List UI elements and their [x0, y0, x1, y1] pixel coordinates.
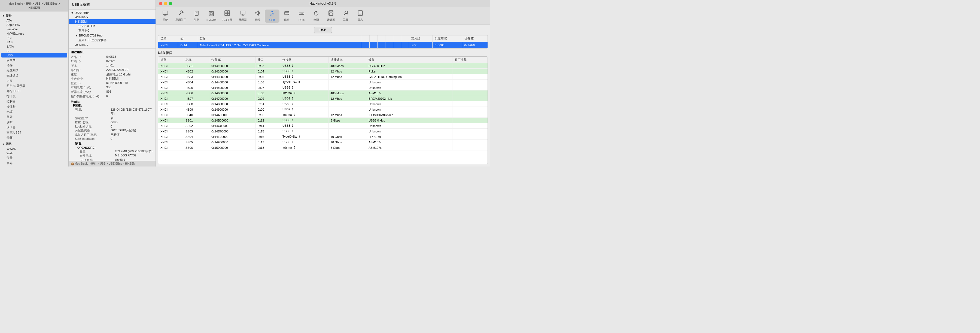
sidebar-item-controller[interactable]: 控制器: [0, 99, 68, 104]
toolbar-usb[interactable]: USB: [265, 10, 280, 22]
port-row[interactable]: XHCIHS030x143000000x05USB3 ⇕12 MbpsG502 …: [158, 74, 488, 80]
sidebar-item-nvmexpress[interactable]: NVMExpress: [0, 31, 68, 36]
port-cell: HS01: [183, 63, 209, 69]
toolbar-display-label: 显示器: [239, 18, 247, 22]
sidebar-item-location[interactable]: 位置: [0, 155, 68, 161]
network-section-header[interactable]: ▼ 网络: [0, 142, 68, 147]
sidebar-item-sas[interactable]: SAS: [0, 40, 68, 45]
port-cell: 0x12: [255, 118, 280, 123]
toolbar-disk[interactable]: 磁盘: [280, 9, 294, 23]
toolbar-tools[interactable]: 工具: [338, 9, 353, 23]
sidebar-item-applepay[interactable]: Apple Pay: [0, 22, 68, 27]
tree-item-asm107x-2[interactable]: ASM107x: [68, 43, 156, 47]
sidebar-item-usb[interactable]: USB: [1, 53, 67, 57]
sidebar-item-printer[interactable]: 打印机: [0, 94, 68, 99]
port-row[interactable]: XHCISS030x14D000000x15USB3 ⇕Unknown: [158, 129, 488, 134]
tree-item-brcm20702[interactable]: ▼ BRCM20702 Hub: [68, 33, 156, 38]
port-row[interactable]: XHCIHS010x141000000x03USB3 ⇕480 MbpsUSB2…: [158, 63, 488, 69]
port-cell: 0x14500000: [209, 85, 256, 91]
sidebar-item-graphics[interactable]: 图形卡/显示器: [0, 83, 68, 89]
port-cell: XHCI: [158, 118, 183, 123]
port-row[interactable]: XHCIHS020x142000000x04USB3 ⇕12 MbpsPoker: [158, 69, 488, 74]
sidebar-item-thunderbolt[interactable]: 雷雳/USB4: [0, 130, 68, 135]
port-row[interactable]: XHCISS050x14F000000x17USB3 ⇕10 GbpsASM10…: [158, 140, 488, 145]
toolbar-log[interactable]: 日志: [353, 9, 368, 23]
tree-item-btusbhost[interactable]: 蓝牙 USB主机控制器: [68, 38, 156, 43]
port-cell: 0x14200000: [209, 69, 256, 74]
port-row[interactable]: XHCISS060x150000000x18Internal ⇕5 GbpsAS…: [158, 145, 488, 150]
toolbar-power[interactable]: 电源: [309, 9, 324, 23]
toolbar-patch[interactable]: 应用补丁: [173, 9, 189, 23]
port-row[interactable]: XHCISS040x14E000000x16TypeC+Sw ⇕10 GbpsH…: [158, 134, 488, 140]
port-row[interactable]: XHCIHS040x144000000x06TypeC+Sw ⇕Unknown: [158, 80, 488, 85]
network-section: ▼ 网络 WWAN Wi-Fi 位置 宗卷 防火墙: [0, 141, 68, 167]
sidebar-item-volume[interactable]: 宗卷: [0, 161, 68, 166]
sidebar-item-firewire[interactable]: FireWire: [0, 27, 68, 31]
toolbar-nvram-label: NVRAM: [207, 19, 216, 22]
tree-item-asm107x-1[interactable]: ASM107x: [68, 15, 156, 19]
port-cell: 5 Gbps: [328, 118, 366, 123]
sidebar-item-firewall[interactable]: 防火墙: [0, 166, 68, 167]
sidebar-item-audio[interactable]: 音频: [0, 135, 68, 140]
toolbar-guide[interactable]: 引导: [189, 9, 204, 23]
usb-ports-table: 类型 名称 位置 ID 接口 连接器 连接速率 设备 补丁注释 XHCIHS01…: [158, 57, 488, 150]
sidebar-item-pci[interactable]: PCI: [0, 36, 68, 40]
port-cell: 0x14E00000: [209, 134, 256, 140]
toolbar-kext[interactable]: 内核扩展: [219, 9, 235, 23]
hardware-section-header[interactable]: ▼ 硬件: [0, 13, 68, 18]
sidebar-item-optical[interactable]: 光盘刻录: [0, 68, 68, 73]
sidebar-item-sata[interactable]: SATA: [0, 45, 68, 49]
sidebar-item-scsi[interactable]: 并行 SCSI: [0, 89, 68, 94]
port-row[interactable]: XHCIHS060x146000000x08Internal ⇕480 Mbps…: [158, 91, 488, 96]
table-row[interactable]: XHCI 0x14 Alder Lake-S PCH USB 3.2 Gen 2…: [158, 42, 488, 48]
toolbar-calc[interactable]: 计算器: [324, 9, 338, 23]
sidebar-item-wifi[interactable]: Wi-Fi: [0, 151, 68, 155]
port-row[interactable]: XHCIHS070x147000000x09USB2 ⇕12 MbpsBRCM2…: [158, 96, 488, 101]
port-row[interactable]: XHCISS020x14C000000x14USB3 ⇕Unknown: [158, 123, 488, 129]
port-cell: IOUSBHostDevice: [366, 112, 452, 118]
sidebar-item-fibre[interactable]: 光纤通道: [0, 73, 68, 78]
sidebar-item-spi[interactable]: SPI: [0, 49, 68, 53]
sidebar-item-bluetooth[interactable]: 蓝牙: [0, 115, 68, 119]
port-cell: 0x17: [255, 140, 280, 145]
port-row[interactable]: XHCIHS100x14A000000x0EInternal ⇕12 MbpsI…: [158, 112, 488, 118]
sidebar-item-storage[interactable]: 储存: [0, 63, 68, 68]
system-icon: [162, 10, 168, 18]
sidebar-item-ethernet[interactable]: 以太网: [0, 57, 68, 63]
port-cell: 0x14: [255, 123, 280, 129]
log-icon: [357, 10, 363, 18]
tree-item-usb30hub[interactable]: USB3.0 Hub: [68, 24, 156, 28]
close-button[interactable]: [159, 2, 162, 5]
maximize-button[interactable]: [169, 2, 172, 5]
toolbar-display[interactable]: 显示器: [235, 9, 250, 23]
toolbar-system[interactable]: 系统: [158, 9, 173, 23]
port-row[interactable]: XHCIHS080x148000000x0AUSB2 ⇕Unknown: [158, 101, 488, 107]
sidebar-item-power[interactable]: 电源: [0, 109, 68, 115]
port-cell: 12 Mbps: [328, 112, 366, 118]
tree-item-bthci[interactable]: 蓝牙 HCI: [68, 28, 156, 33]
toolbar-audio[interactable]: 音频: [250, 9, 265, 23]
sidebar-item-memory[interactable]: 内存: [0, 78, 68, 83]
tree-item-usb32bus[interactable]: ▼ USB32Bus: [68, 11, 156, 15]
col-device-id: 设备 ID: [462, 35, 488, 42]
sidebar-item-cardreader[interactable]: 读卡器: [0, 125, 68, 130]
toolbar-kext-label: 内核扩展: [222, 18, 232, 22]
usb-mode-button[interactable]: USB: [314, 27, 332, 33]
port-cell: Internal ⇕: [280, 145, 328, 150]
sidebar-item-wwan[interactable]: WWAN: [0, 147, 68, 151]
port-row[interactable]: XHCIHS050x145000000x07USB3 ⇕Unknown: [158, 85, 488, 91]
minimize-button[interactable]: [164, 2, 167, 5]
toolbar-pcie[interactable]: PCIe: [294, 10, 309, 22]
port-cell: Unknown: [366, 129, 452, 134]
sidebar-item-camera[interactable]: 摄像头: [0, 104, 68, 109]
sidebar-item-diag[interactable]: 诊断: [0, 119, 68, 125]
sidebar-item-ata[interactable]: ATA: [0, 18, 68, 22]
port-row[interactable]: XHCISS010x14B000000x12USB3 ⇕5 GbpsUSB3.0…: [158, 118, 488, 123]
port-cell: [452, 85, 488, 91]
port-cell: SS02: [183, 123, 209, 129]
tree-item-hiksemi[interactable]: HIKSEMI: [68, 19, 156, 24]
port-cell: ASM107x: [366, 140, 452, 145]
ports-table-scroll[interactable]: 类型 名称 位置 ID 接口 连接器 连接速率 设备 补丁注释 XHCIHS01…: [158, 57, 488, 150]
port-row[interactable]: XHCIHS090x149000000x0CUSB2 ⇕Unknown: [158, 107, 488, 112]
toolbar-nvram[interactable]: NVRAM: [204, 10, 219, 22]
